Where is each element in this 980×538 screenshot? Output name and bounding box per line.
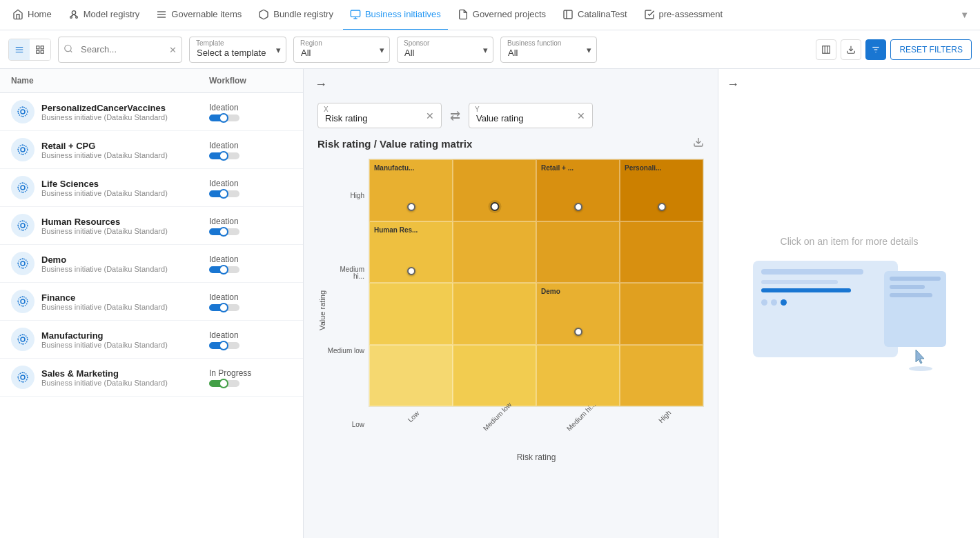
x-axis-selector[interactable]: X Risk rating ✕ (317, 103, 442, 128)
dot-label-manufactu: Manufactu... (374, 164, 414, 172)
preview-line-2 (761, 280, 839, 284)
item-workflow-4: Ideation (209, 255, 292, 273)
workflow-label-2: Ideation (209, 179, 292, 188)
search-input[interactable] (58, 37, 182, 63)
workflow-label-7: In Progress (209, 368, 292, 378)
svg-rect-17 (41, 46, 43, 48)
preview-dot-2 (771, 299, 777, 306)
dot-demo[interactable] (574, 328, 582, 336)
y-tick-medlow: Medium low (327, 348, 364, 355)
item-workflow-0: Ideation (209, 103, 292, 121)
download-matrix-icon[interactable] (693, 137, 704, 150)
list-item[interactable]: Retail + CPG Business initiative (Dataik… (0, 131, 303, 169)
dot-retail[interactable] (574, 203, 582, 211)
item-info-6: Manufacturing Business initiative (Datai… (41, 330, 209, 349)
svg-rect-16 (37, 46, 39, 48)
main-content: Name Workflow PersonalizedCancerVaccines… (0, 69, 980, 538)
template-select[interactable]: Select a template (189, 37, 286, 63)
nav-governable-items[interactable]: Governable items (149, 0, 248, 30)
list-item[interactable]: Human Resources Business initiative (Dat… (0, 207, 303, 245)
x-tick-high: High (657, 409, 689, 441)
filter-active-icon-button[interactable] (865, 39, 886, 60)
item-info-2: Life Sciences Business initiative (Datai… (41, 179, 209, 197)
workflow-label-0: Ideation (209, 103, 292, 112)
y-axis-selector[interactable]: Y Value rating ✕ (469, 103, 593, 128)
x-axis-clear-icon[interactable]: ✕ (426, 110, 434, 121)
nav-bundle-registry[interactable]: Bundle registry (251, 0, 340, 30)
toggle-3[interactable] (209, 228, 239, 235)
preview-side-line-2 (890, 285, 925, 289)
dot-personalized[interactable] (658, 203, 666, 211)
toggle-4[interactable] (209, 266, 239, 273)
svg-point-33 (21, 186, 25, 190)
item-workflow-5: Ideation (209, 292, 292, 311)
y-axis-label: Value rating (318, 290, 326, 330)
business-function-select[interactable]: All (500, 37, 597, 63)
preview-card-main (753, 261, 898, 357)
toggle-2[interactable] (209, 190, 239, 197)
svg-point-36 (18, 221, 28, 230)
y-tick-high: High (327, 192, 364, 199)
dot-label-humanres: Human Res... (374, 226, 418, 234)
preview-line-1 (761, 269, 864, 275)
item-sub-4: Business initiative (Dataiku Standard) (41, 265, 209, 273)
x-axis-label-tag: X (324, 106, 329, 113)
cursor-icon (913, 348, 932, 371)
toggle-0[interactable] (209, 114, 239, 121)
nav-catalina-test[interactable]: CatalinaTest (556, 0, 634, 30)
search-clear-icon[interactable]: ✕ (169, 44, 177, 54)
workflow-label-5: Ideation (209, 292, 292, 302)
nav-business-initiatives[interactable]: Business initiatives (343, 0, 448, 30)
y-axis-clear-icon[interactable]: ✕ (577, 110, 585, 121)
toggle-1[interactable] (209, 152, 239, 159)
list-item[interactable]: Manufacturing Business initiative (Datai… (0, 321, 303, 359)
expand-left-icon[interactable]: → (315, 77, 327, 92)
dot-manufacturing[interactable] (407, 203, 415, 211)
list-item[interactable]: PersonalizedCancerVaccines Business init… (0, 93, 303, 131)
list-item[interactable]: Sales & Marketing Business initiative (D… (0, 359, 303, 397)
toggle-7[interactable] (209, 380, 239, 387)
item-icon-4 (11, 252, 35, 275)
items-list-panel: Name Workflow PersonalizedCancerVaccines… (0, 69, 304, 538)
nav-home[interactable]: Home (6, 0, 59, 30)
sponsor-select[interactable]: All (397, 37, 493, 63)
x-axis-value: Risk rating (325, 113, 420, 123)
svg-rect-8 (351, 10, 360, 17)
toggle-5[interactable] (209, 304, 239, 311)
expand-right-icon[interactable]: → (727, 77, 739, 92)
item-info-7: Sales & Marketing Business initiative (D… (41, 368, 209, 387)
svg-point-29 (21, 110, 25, 114)
list-view-button[interactable] (9, 39, 30, 60)
toolbar-icons: RESET FILTERS (816, 39, 972, 60)
item-name-7: Sales & Marketing (41, 368, 209, 379)
reset-filters-button[interactable]: RESET FILTERS (890, 39, 972, 60)
svg-point-30 (18, 107, 28, 117)
nav-governed-projects[interactable]: Governed projects (451, 0, 553, 30)
dot-human-resources[interactable] (407, 267, 415, 275)
columns-icon-button[interactable] (816, 39, 836, 60)
dot-selected[interactable] (490, 202, 499, 211)
svg-point-35 (21, 223, 25, 228)
region-select[interactable]: All (293, 37, 390, 63)
grid-view-button[interactable] (30, 39, 50, 60)
details-panel: → Click on an item for more details (718, 69, 980, 538)
y-axis-value: Value rating (476, 113, 571, 123)
list-item[interactable]: Life Sciences Business initiative (Datai… (0, 169, 303, 207)
item-workflow-1: Ideation (209, 141, 292, 159)
view-toggle (8, 39, 51, 61)
item-icon-7 (11, 366, 35, 389)
workflow-label-1: Ideation (209, 141, 292, 150)
nav-pre-assessment[interactable]: pre-assessment (637, 0, 729, 30)
download-icon-button[interactable] (841, 39, 861, 60)
nav-more-button[interactable]: ▼ (954, 10, 974, 20)
svg-point-39 (21, 299, 25, 303)
nav-model-registry[interactable]: Model registry (61, 0, 147, 30)
item-sub-1: Business initiative (Dataiku Standard) (41, 151, 209, 159)
list-item[interactable]: Finance Business initiative (Dataiku Sta… (0, 283, 303, 321)
swap-axes-icon[interactable]: ⇄ (450, 108, 460, 123)
svg-point-2 (75, 16, 77, 18)
col-name-header: Name (11, 76, 209, 86)
list-item[interactable]: Demo Business initiative (Dataiku Standa… (0, 245, 303, 283)
dot-label-demo: Demo (541, 288, 560, 295)
toggle-6[interactable] (209, 342, 239, 349)
